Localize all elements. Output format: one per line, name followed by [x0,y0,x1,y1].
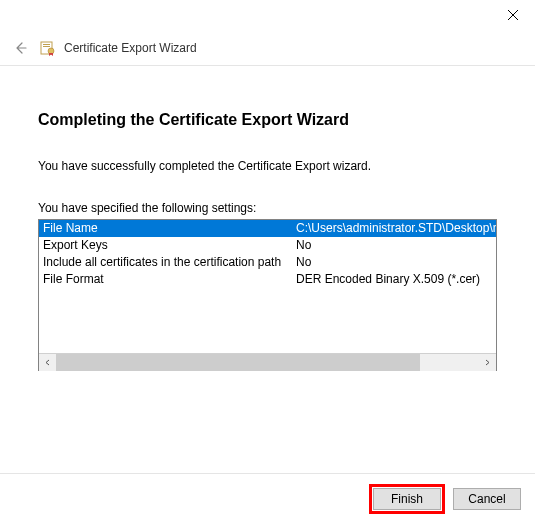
wizard-content: Completing the Certificate Export Wizard… [0,66,535,381]
setting-value: No [294,254,496,271]
list-row[interactable]: Export Keys No [39,237,496,254]
finish-button[interactable]: Finish [373,488,441,510]
close-button[interactable] [490,0,535,30]
titlebar [0,0,535,30]
setting-value: No [294,237,496,254]
settings-label: You have specified the following setting… [38,201,497,215]
back-arrow-icon [12,40,28,56]
horizontal-scrollbar[interactable] [39,353,496,370]
setting-value: C:\Users\administrator.STD\Desktop\n [294,220,496,237]
list-row[interactable]: File Name C:\Users\administrator.STD\Des… [39,220,496,237]
wizard-title: Certificate Export Wizard [64,41,197,55]
setting-name: Include all certificates in the certific… [39,254,294,271]
scroll-right-button[interactable] [479,354,496,371]
back-button[interactable] [10,38,30,58]
setting-name: Export Keys [39,237,294,254]
certificate-icon [40,40,56,56]
list-row[interactable]: File Format DER Encoded Binary X.509 (*.… [39,271,496,288]
finish-highlight: Finish [369,484,445,514]
list-body: File Name C:\Users\administrator.STD\Des… [39,220,496,353]
setting-value: DER Encoded Binary X.509 (*.cer) [294,271,496,288]
wizard-footer: Finish Cancel [0,473,535,523]
setting-name: File Name [39,220,294,237]
success-message: You have successfully completed the Cert… [38,159,497,173]
svg-rect-4 [43,46,50,47]
wizard-header: Certificate Export Wizard [0,30,535,66]
svg-rect-3 [43,44,50,45]
cancel-button[interactable]: Cancel [453,488,521,510]
close-icon [508,10,518,20]
scroll-left-button[interactable] [39,354,56,371]
scroll-track[interactable] [56,354,479,371]
setting-name: File Format [39,271,294,288]
scroll-thumb[interactable] [56,354,420,371]
page-heading: Completing the Certificate Export Wizard [38,111,497,129]
list-row[interactable]: Include all certificates in the certific… [39,254,496,271]
chevron-right-icon [484,359,491,366]
chevron-left-icon [44,359,51,366]
settings-listview[interactable]: File Name C:\Users\administrator.STD\Des… [38,219,497,371]
